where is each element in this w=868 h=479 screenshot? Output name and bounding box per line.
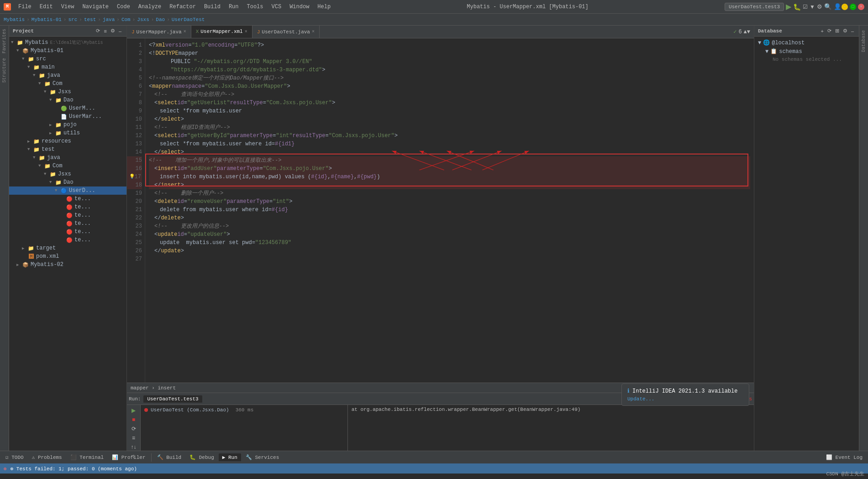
tree-item-test4[interactable]: 🔴 te...	[9, 219, 126, 228]
stop-btn[interactable]: ■	[130, 416, 137, 423]
tree-item-test6[interactable]: 🔴 te...	[9, 236, 126, 244]
toolbar-btn-1[interactable]: ⚙	[817, 3, 822, 10]
tree-item-dao-test[interactable]: ▼ 📁 Dao	[9, 178, 126, 186]
global-tab-problems[interactable]: ⚠ Problems	[28, 453, 66, 461]
tree-item-jsxs-main[interactable]: ▼ 📁 Jsxs	[9, 88, 126, 96]
favorites-tab[interactable]: Favorites	[1, 27, 8, 55]
menu-refactor[interactable]: Refactor	[166, 3, 200, 11]
db-close-btn[interactable]: –	[850, 27, 855, 34]
tree-item-usermapper-interface[interactable]: 🟢 UserM...	[9, 104, 126, 112]
bottom-tab-run-config[interactable]: UserDaoTest.test3	[143, 395, 202, 403]
menu-view[interactable]: View	[58, 3, 78, 11]
sidebar-btn-close[interactable]: –	[117, 27, 123, 34]
toolbar-btn-2[interactable]: 🔍	[824, 3, 832, 10]
sidebar-btn-refresh[interactable]: ⟳	[95, 27, 101, 34]
editor-content[interactable]: 12345 678910 11121314 15 16 💡17 18 19202…	[127, 38, 754, 383]
tree-item-java-main[interactable]: ▼ 📁 java	[9, 71, 126, 80]
db-settings-btn[interactable]: ⚙	[842, 27, 849, 34]
tree-item-test2[interactable]: 🔴 te...	[9, 203, 126, 211]
menu-window[interactable]: Window	[286, 3, 313, 11]
global-tab-services[interactable]: 🔧 Services	[242, 453, 283, 461]
sidebar-btn-filter[interactable]: ⚙	[109, 27, 116, 34]
global-tab-build[interactable]: 🔨 Build	[153, 453, 185, 461]
tree-item-mybatis02[interactable]: ▶ 📦 Mybatis-02	[9, 261, 126, 269]
tree-item-src[interactable]: ▼ 📁 src	[9, 55, 126, 63]
tree-item-resources[interactable]: ▶ 📁 resources	[9, 137, 126, 145]
bc-userdaotest[interactable]: UserDaoTest	[172, 17, 205, 22]
sidebar-btn-collapse[interactable]: ≡	[102, 27, 108, 34]
menu-build[interactable]: Build	[200, 3, 224, 11]
code-editor[interactable]: <?xml version="1.0" encoding="UTF8" ?> <…	[145, 38, 754, 383]
update-link[interactable]: Update...	[627, 396, 654, 402]
tab-close-3[interactable]: ×	[312, 29, 315, 34]
bc-com[interactable]: Com	[121, 17, 131, 22]
menu-tools[interactable]: Tools	[243, 3, 267, 11]
menu-file[interactable]: File	[15, 3, 35, 11]
close-button[interactable]: ×	[858, 4, 864, 10]
run-btn[interactable]: ▶	[130, 407, 137, 414]
tree-item-target[interactable]: ▶ 📁 target	[9, 244, 126, 252]
structure-tab[interactable]: Structure	[1, 57, 8, 84]
db-refresh-btn[interactable]: ⟳	[826, 27, 833, 34]
tree-item-com-test[interactable]: ▼ 📁 Com	[9, 162, 126, 170]
tab-close-2[interactable]: ×	[245, 29, 247, 34]
bc-dao[interactable]: Dao	[156, 17, 165, 22]
tree-item-com-main[interactable]: ▼ 📁 Com	[9, 80, 126, 88]
run-button[interactable]: ▶	[786, 2, 791, 11]
global-tab-debug[interactable]: 🐛 Debug	[186, 453, 218, 461]
tree-item-test1[interactable]: 🔴 te...	[9, 195, 126, 203]
more-run-options[interactable]: ▼	[810, 4, 815, 10]
tab-userdaotest-java[interactable]: J UserDaoTest.java ×	[253, 26, 320, 38]
test-row-main[interactable]: UserDaoTest (Com.Jsxs.Dao) 360 ms	[144, 407, 344, 413]
debug-button[interactable]: 🐛	[793, 3, 801, 11]
tab-close-1[interactable]: ×	[184, 29, 186, 34]
tree-item-mybatis[interactable]: ▼ 📁 Mybatis E:\Ideal笔记\Mybatis	[9, 38, 126, 47]
menu-analyze[interactable]: Analyze	[135, 3, 165, 11]
tree-item-pojo[interactable]: ▶ 📁 pojo	[9, 121, 126, 129]
db-filter-btn[interactable]: ⊞	[834, 27, 841, 34]
menu-vcs[interactable]: VCS	[268, 3, 285, 11]
rerun-btn[interactable]: ⟳	[130, 425, 138, 432]
bc-java[interactable]: java	[103, 17, 115, 22]
tree-item-jsxs-test[interactable]: ▼ 📁 Jsxs	[9, 170, 126, 178]
tree-item-main[interactable]: ▼ 📁 main	[9, 63, 126, 71]
global-tab-profiler[interactable]: 📊 Profiler	[108, 453, 149, 461]
tree-item-usermapper-xml[interactable]: 📄 UserMar...	[9, 112, 126, 121]
global-tab-run[interactable]: ▶ Run	[219, 453, 241, 461]
tree-item-pom[interactable]: 🅼 pom.xml	[9, 252, 126, 261]
tree-item-userdaotest[interactable]: ▼ 🔵 UserD...	[9, 186, 126, 195]
filter-btn[interactable]: ↑↓	[129, 443, 138, 451]
bc-mybatis[interactable]: Mybatis	[4, 17, 25, 22]
run-config-selector[interactable]: UserDaoTest.test3	[725, 3, 784, 11]
tree-item-dao-main[interactable]: ▼ 📁 Dao	[9, 96, 126, 104]
tree-item-java-test[interactable]: ▼ 📁 java	[9, 154, 126, 162]
event-log-btn[interactable]: ⬜ Event Log	[822, 453, 866, 461]
db-schemas[interactable]: ▼ 📋 schemas	[758, 47, 855, 56]
tab-usermapper-xml[interactable]: X UserMapper.xml ×	[191, 26, 253, 38]
coverage-button[interactable]: ☑	[803, 4, 808, 10]
toolbar-btn-3[interactable]: 👤	[834, 3, 842, 10]
vert-tab-database[interactable]: Database	[860, 27, 868, 55]
menu-navigate[interactable]: Navigate	[79, 3, 112, 11]
global-tab-terminal[interactable]: ⬛ Terminal	[67, 453, 107, 461]
bc-test[interactable]: test	[84, 17, 96, 22]
bc-mybatis01[interactable]: Mybatis-01	[32, 17, 62, 22]
menu-code[interactable]: Code	[113, 3, 134, 11]
tab-usermapper-java[interactable]: J UserMapper.java ×	[127, 26, 191, 38]
menu-run[interactable]: Run	[225, 3, 242, 11]
db-localhost[interactable]: ▼ 🌐 @localhost	[758, 38, 855, 47]
sort-btn[interactable]: ≡	[130, 434, 137, 442]
tree-item-test[interactable]: ▼ 📁 test	[9, 145, 126, 154]
maximize-button[interactable]: □	[850, 4, 856, 10]
menu-help[interactable]: Help	[314, 3, 334, 11]
menu-edit[interactable]: Edit	[36, 3, 57, 11]
tree-item-test5[interactable]: 🔴 te...	[9, 228, 126, 236]
bc-src[interactable]: src	[68, 17, 77, 22]
minimize-button[interactable]: –	[842, 4, 848, 10]
tree-item-utils[interactable]: ▶ 📁 utils	[9, 129, 126, 137]
tree-item-test3[interactable]: 🔴 te...	[9, 211, 126, 219]
bc-jsxs[interactable]: Jsxs	[137, 17, 149, 22]
tree-item-mybatis01[interactable]: ▼ 📦 Mybatis-01	[9, 47, 126, 55]
db-add-btn[interactable]: +	[819, 27, 825, 34]
global-tab-todo[interactable]: ☑ TODO	[2, 453, 27, 461]
